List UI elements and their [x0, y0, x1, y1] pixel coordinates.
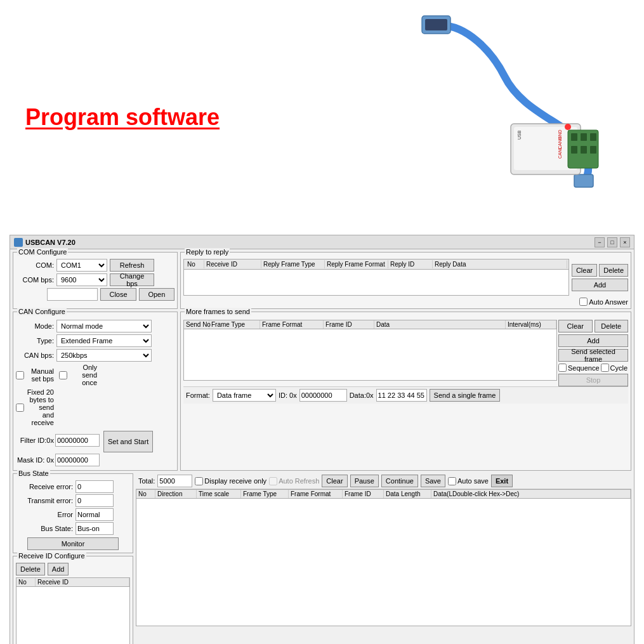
mf-table-body	[184, 329, 556, 380]
mf-col-fid: Frame ID	[324, 320, 374, 329]
fixed-20-label: Fixed 20 bytes to send and receive	[16, 388, 54, 426]
recv-id-add-button[interactable]: Add	[48, 563, 69, 575]
open-button[interactable]: Open	[139, 288, 174, 301]
type-select[interactable]: Extended FrameStandard Frame	[56, 334, 152, 347]
svg-rect-1	[425, 19, 447, 30]
total-label: Total:	[138, 477, 155, 485]
auto-save-label: Auto save	[448, 477, 489, 485]
dt-col-fid: Frame ID	[343, 490, 384, 498]
mf-delete-button[interactable]: Delete	[595, 320, 629, 332]
bus-state-input	[76, 522, 114, 535]
save-button[interactable]: Save	[421, 475, 445, 487]
reply-col-no: No	[185, 260, 204, 268]
data-label: Data:0x	[350, 391, 374, 399]
id-input[interactable]	[299, 389, 347, 402]
cycle-checkbox[interactable]	[601, 364, 609, 372]
data-area: No Direction Time scale Frame Type Frame…	[136, 489, 631, 626]
reply-to-reply-panel: Reply to reply No Receive ID Reply Frame…	[180, 252, 631, 309]
com-select[interactable]: COM1COM2COM3	[56, 259, 107, 272]
fixed-20-checkbox[interactable]	[16, 404, 24, 412]
close-button[interactable]: ×	[620, 237, 630, 247]
ri-col-recv-id: Receive ID	[36, 578, 129, 586]
bps-select[interactable]: 960019200115200	[56, 273, 107, 286]
manual-bps-checkbox[interactable]	[16, 371, 24, 379]
reply-table: No Receive ID Reply Frame Type Reply Fra…	[183, 259, 569, 296]
reply-clear-button[interactable]: Clear	[572, 264, 597, 277]
change-bps-button[interactable]: Change bps	[110, 273, 154, 286]
send-selected-button[interactable]: Send selected frame	[558, 349, 628, 362]
send-single-button[interactable]: Send a single frame	[430, 389, 501, 402]
reply-add-button[interactable]: Add	[572, 279, 628, 291]
dt-col-direction: Direction	[155, 490, 197, 498]
reply-delete-button[interactable]: Delete	[599, 264, 628, 277]
error-label: Error	[16, 511, 73, 518]
close-button[interactable]: Close	[100, 288, 136, 301]
com-text-input[interactable]	[47, 288, 98, 301]
total-input[interactable]	[157, 475, 192, 487]
auto-refresh-label: Auto Refresh	[269, 477, 319, 485]
manual-bps-label: Manual set bps	[16, 367, 54, 383]
title-bar-controls: − □ ×	[595, 237, 630, 247]
mf-clear-button[interactable]: Clear	[558, 320, 593, 332]
left-panels: Bus State Receive error: Transmit error:…	[13, 473, 133, 644]
stop-button[interactable]: Stop	[558, 374, 628, 386]
trans-error-input	[76, 494, 114, 507]
reply-bottom: Auto Answer	[183, 298, 628, 306]
mf-add-button[interactable]: Add	[558, 334, 628, 347]
product-image: GND CANH CANL USB	[365, 13, 606, 216]
recv-error-label: Receive error:	[16, 483, 73, 490]
title-bar-left: USBCAN V7.20	[14, 238, 76, 247]
auto-answer-checkbox[interactable]	[579, 298, 588, 306]
reply-col-data: Reply Data	[433, 260, 567, 268]
monitor-button[interactable]: Monitor	[27, 537, 119, 550]
svg-rect-7	[581, 133, 587, 141]
app-icon	[14, 238, 23, 247]
auto-refresh-checkbox[interactable]	[269, 477, 277, 485]
clear-data-button[interactable]: Clear	[322, 475, 347, 487]
com-config-panel: COM Configure COM: COM1COM2COM3 Refresh …	[13, 252, 178, 309]
set-start-button[interactable]: Set and Start	[103, 431, 153, 452]
more-frames-title: More frames to send	[185, 308, 251, 315]
svg-point-12	[565, 124, 571, 130]
svg-rect-2	[574, 174, 593, 187]
sequence-checkbox[interactable]	[558, 364, 567, 372]
mf-col-fformat: Frame Format	[260, 320, 324, 329]
format-select[interactable]: Data frameRemote frame	[213, 389, 276, 402]
mf-clear-delete-row: Clear Delete	[558, 320, 628, 332]
middle-row: CAN Configure Mode: Normal modeListen mo…	[13, 312, 631, 471]
error-input	[76, 508, 114, 521]
checkbox-row-2: Fixed 20 bytes to send and receive	[16, 388, 174, 426]
product-area: Program software	[0, 0, 644, 235]
can-bps-select[interactable]: 250kbps125kbps500kbps	[56, 349, 152, 362]
exit-button[interactable]: Exit	[491, 475, 513, 487]
data-table-body	[136, 499, 631, 626]
svg-rect-9	[571, 146, 577, 154]
bus-state-title: Bus State	[17, 470, 50, 477]
data-input[interactable]	[376, 389, 427, 402]
only-send-checkbox[interactable]	[59, 371, 67, 379]
mode-select[interactable]: Normal modeListen mode	[56, 320, 152, 332]
restore-button[interactable]: □	[607, 237, 617, 247]
recv-id-delete-button[interactable]: Delete	[16, 563, 45, 575]
pause-button[interactable]: Pause	[350, 475, 379, 487]
mode-row: Mode: Normal modeListen mode	[16, 320, 174, 332]
mode-label: Mode:	[16, 322, 54, 330]
dt-col-no: No	[136, 490, 155, 498]
refresh-button[interactable]: Refresh	[110, 259, 154, 272]
auto-answer-label: Auto Answer	[579, 298, 628, 306]
filter-id-input[interactable]	[55, 434, 100, 447]
mf-col-interval: Interval(ms)	[506, 320, 556, 329]
app-body: COM Configure COM: COM1COM2COM3 Refresh …	[10, 249, 634, 644]
type-label: Type:	[16, 337, 54, 345]
sequence-label: Sequence	[558, 364, 600, 372]
minimize-button[interactable]: −	[595, 237, 605, 247]
window-title: USBCAN V7.20	[25, 239, 76, 246]
only-send-label: Only send once	[59, 364, 97, 386]
seq-cycle-row: Sequence Cycle	[558, 364, 628, 372]
mask-id-input[interactable]	[55, 454, 100, 466]
continue-button[interactable]: Continue	[381, 475, 418, 487]
ri-header: No Receive ID	[16, 578, 129, 587]
display-only-checkbox[interactable]	[195, 477, 203, 485]
auto-save-checkbox[interactable]	[448, 477, 456, 485]
mf-table-wrap: Send No Frame Type Frame Format Frame ID…	[183, 320, 557, 386]
